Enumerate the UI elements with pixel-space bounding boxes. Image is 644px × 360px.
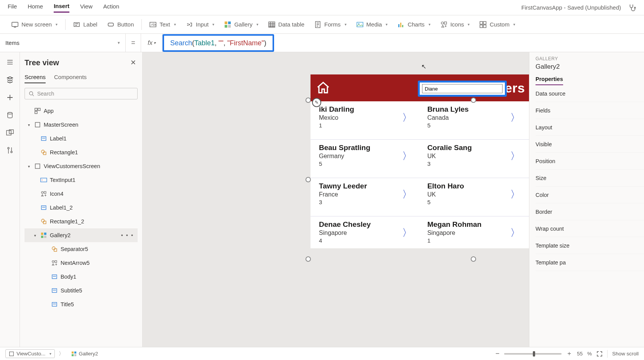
icons-label: Icons <box>450 21 464 28</box>
shape-icon <box>51 245 58 253</box>
tree-node-label1-2[interactable]: Label1_2 <box>25 201 138 215</box>
svg-point-14 <box>358 23 359 24</box>
tree-view-icon[interactable] <box>5 75 15 84</box>
zoom-slider[interactable] <box>504 353 562 355</box>
fit-to-window-icon[interactable] <box>596 351 603 357</box>
hamburger-icon[interactable] <box>5 58 15 67</box>
forms-icon <box>314 21 321 28</box>
property-row[interactable]: Layout <box>536 119 644 136</box>
formula-str1: "" <box>219 39 223 47</box>
resize-handle[interactable] <box>306 97 311 103</box>
edit-pencil-icon[interactable]: ✎ <box>312 98 321 107</box>
tree-node-icon4[interactable]: Icon4 <box>25 187 138 201</box>
tab-screens[interactable]: Screens <box>25 74 46 83</box>
tree-list: App ▾MasterScreen Label1 Rectangle1 ▾Vie… <box>25 104 138 311</box>
gallery-menu[interactable]: Gallery ▾ <box>220 19 262 30</box>
svg-rect-25 <box>7 130 11 135</box>
customer-search-input[interactable] <box>422 84 503 93</box>
add-icon[interactable] <box>5 93 15 102</box>
media-panel-icon[interactable] <box>5 128 15 137</box>
svg-rect-8 <box>228 21 231 24</box>
button-label: Button <box>117 21 134 28</box>
svg-rect-45 <box>44 233 46 235</box>
media-label: Media <box>366 21 382 28</box>
chevron-down-icon: ▾ <box>429 22 430 26</box>
forms-menu[interactable]: Forms ▾ <box>310 19 350 30</box>
tab-properties[interactable]: Properties <box>536 76 563 85</box>
media-menu[interactable]: Media ▾ <box>353 19 392 30</box>
tab-components[interactable]: Components <box>54 74 87 83</box>
tree-node-nextarrow5[interactable]: NextArrow5 <box>25 256 138 270</box>
charts-menu[interactable]: Charts ▾ <box>394 19 434 30</box>
close-icon[interactable]: ✕ <box>129 57 138 68</box>
menu-home[interactable]: Home <box>28 3 43 12</box>
chevron-down-icon[interactable]: ▾ <box>26 164 31 168</box>
new-screen-button[interactable]: New screen ▾ <box>8 19 61 30</box>
zoom-out-button[interactable]: − <box>495 350 499 358</box>
resize-handle[interactable] <box>306 256 311 262</box>
more-icon[interactable]: • • • <box>121 232 138 238</box>
label-button[interactable]: Label <box>69 19 101 30</box>
svg-point-29 <box>30 92 33 95</box>
text-icon: Abc <box>150 21 156 28</box>
formula-input-area[interactable]: Search(Table1, "", "FirstName") <box>163 34 644 52</box>
zoom-in-button[interactable]: ＋ <box>566 350 572 358</box>
charts-label: Charts <box>407 21 424 28</box>
tree-node-masterscreen[interactable]: ▾MasterScreen <box>25 118 138 132</box>
menu-file[interactable]: File <box>8 3 17 12</box>
property-row[interactable]: Border <box>536 203 644 220</box>
tree-node-subtitle5[interactable]: Subtitle5 <box>25 284 138 297</box>
tree-node-gallery2[interactable]: ▾Gallery2• • • <box>25 228 138 242</box>
tree-node-textinput1[interactable]: TextInput1 <box>25 173 138 187</box>
input-menu[interactable]: Input ▾ <box>182 19 218 30</box>
button-button[interactable]: Button <box>104 19 138 30</box>
property-row[interactable]: Visible <box>536 136 644 153</box>
resize-handle[interactable] <box>471 256 476 262</box>
tree-label: Body1 <box>61 274 76 280</box>
custom-menu[interactable]: Custom ▾ <box>476 19 519 30</box>
menu-action[interactable]: Action <box>103 3 119 12</box>
home-icon[interactable] <box>316 81 330 95</box>
menu-insert[interactable]: Insert <box>54 3 69 13</box>
advanced-tools-icon[interactable] <box>5 146 15 155</box>
zoom-thumb[interactable] <box>533 351 535 357</box>
chevron-down-icon[interactable]: ▾ <box>26 123 31 127</box>
breadcrumb-control[interactable]: Gallery2 <box>68 349 102 358</box>
property-row[interactable]: Position <box>536 153 644 170</box>
property-row[interactable]: Color <box>536 187 644 203</box>
tree-node-label1[interactable]: Label1 <box>25 132 138 145</box>
breadcrumb-screen[interactable]: ViewCusto... ▾ <box>5 349 55 358</box>
text-menu[interactable]: Abc Text ▾ <box>146 19 180 30</box>
svg-rect-47 <box>44 236 46 238</box>
property-row[interactable]: Template size <box>536 237 644 254</box>
chevron-down-icon: ▾ <box>49 352 51 356</box>
tree-search-input[interactable]: Search <box>25 88 138 99</box>
svg-point-50 <box>52 261 54 263</box>
property-row[interactable]: Fields <box>536 102 644 119</box>
tree-node-separator5[interactable]: Separator5 <box>25 242 138 256</box>
fx-label: fx <box>148 40 152 46</box>
resize-handle[interactable] <box>306 177 311 182</box>
menu-view[interactable]: View <box>80 3 92 12</box>
data-table-button[interactable]: Data table <box>264 19 308 30</box>
svg-point-24 <box>8 112 12 114</box>
svg-point-48 <box>52 247 55 250</box>
tree-node-rectangle1-2[interactable]: Rectangle1_2 <box>25 215 138 228</box>
tree-node-body1[interactable]: Body1 <box>25 270 138 284</box>
property-row[interactable]: Size <box>536 170 644 187</box>
svg-rect-34 <box>41 137 46 140</box>
icons-menu[interactable]: Icons ▾ <box>437 19 474 30</box>
data-icon[interactable] <box>5 111 15 120</box>
tree-node-app[interactable]: App <box>25 104 138 118</box>
design-canvas[interactable]: ↖ View Customers iki DarlingMexico1〉Brun… <box>143 52 529 347</box>
tree-node-viewcustomersscreen[interactable]: ▾ViewCustomersScreen <box>25 159 138 173</box>
property-row[interactable]: Template pa <box>536 254 644 271</box>
property-row[interactable]: Wrap count <box>536 220 644 237</box>
chevron-down-icon[interactable]: ▾ <box>32 233 38 238</box>
diagnostics-icon[interactable] <box>628 3 636 12</box>
tree-node-title5[interactable]: Title5 <box>25 297 138 311</box>
property-selector[interactable]: Items ▾ <box>0 34 126 52</box>
property-row[interactable]: Data source <box>536 85 644 102</box>
tree-node-rectangle1[interactable]: Rectangle1 <box>25 145 138 159</box>
fx-button[interactable]: fx ▾ <box>141 34 163 52</box>
